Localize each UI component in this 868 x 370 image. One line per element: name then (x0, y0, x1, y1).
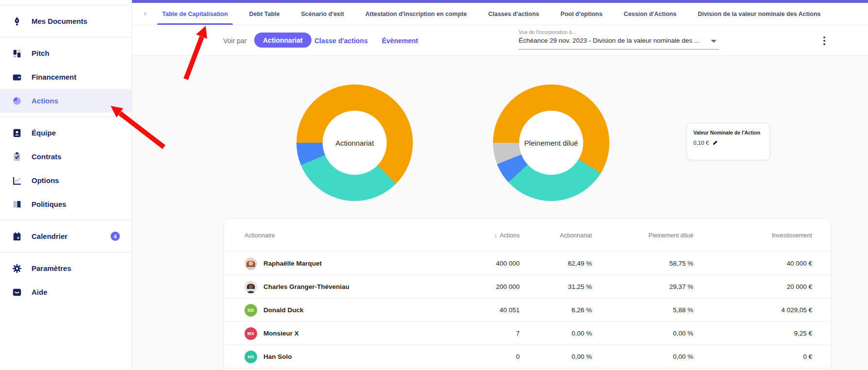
shareholder-name: Donald Duck (263, 306, 304, 314)
sidebar-item-equipe[interactable]: Équipe (0, 121, 131, 145)
help-chat-icon (12, 287, 22, 298)
tab-scenario-exit[interactable]: Scénario d'exit (291, 3, 355, 25)
kebab-menu-icon[interactable] (820, 34, 829, 48)
tab-label: Table de Capitalisation (162, 11, 228, 17)
shareholder-name: Han Solo (263, 353, 292, 360)
investment-value: 20 000 € (693, 283, 812, 290)
sidebar-item-label: Options (32, 176, 59, 185)
donut-center-label: Actionnariat (335, 139, 374, 147)
sidebar-item-label: Calendrier (32, 232, 67, 240)
filter-bar: Voir par Actionnariat Classe d'actions É… (132, 25, 868, 56)
contract-icon (12, 151, 22, 162)
tab-label: Pool d'options (560, 11, 602, 17)
pitch-icon (12, 48, 22, 59)
nominal-value-title: Valeur Nominale de l'Action (693, 130, 763, 135)
sort-arrow-down-icon: ↓ (494, 232, 498, 239)
tab-classes-actions[interactable]: Classes d'actions (477, 3, 550, 25)
tab-attestation[interactable]: Attestation d'inscription en compte (355, 3, 477, 25)
col-pleinement-dilue: Pleinement dilué (592, 232, 693, 239)
table-row[interactable]: MX Monsieur X 7 0,00 % 0,00 % 9,25 € (224, 321, 831, 345)
shares-value: 200 000 (447, 283, 520, 290)
investment-value: 9,25 € (693, 330, 812, 337)
avatar-initials: HS (245, 351, 257, 363)
tab-table-de-capitalisation[interactable]: Table de Capitalisation (151, 3, 238, 25)
sidebar-item-contrats[interactable]: Contrats (0, 145, 131, 168)
tab-label: Division de la valeur nominale des Actio… (698, 11, 820, 17)
shares-value: 40 051 (447, 306, 520, 314)
tab-division-valeur-nominale[interactable]: Division de la valeur nominale des Actio… (687, 3, 831, 25)
chip-evenement[interactable]: Évènement (382, 37, 418, 45)
donut-chart-pleinement-dilue: Pleinement dilué (493, 84, 609, 201)
tab-bar: ‹ Table de Capitalisation Debt Table Scé… (132, 3, 868, 25)
calendar-count-badge: 4 (111, 232, 120, 241)
donut-hole: Pleinement dilué (519, 111, 583, 175)
nominal-value: 0,10 € (693, 140, 709, 146)
wallet-icon (12, 72, 22, 83)
col-actionnariat: Actionnariat (520, 232, 592, 239)
sidebar-item-parametres[interactable]: Paramètres (0, 256, 131, 280)
tab-pool-options[interactable]: Pool d'options (550, 3, 613, 25)
team-icon (12, 128, 22, 138)
sidebar-item-label: Paramètres (32, 264, 71, 272)
cap-table: Actionnaire ↓Actions Actionnariat Pleine… (224, 219, 831, 370)
chip-actionnariat[interactable]: Actionnariat (254, 33, 311, 48)
sidebar-item-actions[interactable]: Actions (0, 89, 131, 113)
table-header-row: Actionnaire ↓Actions Actionnariat Pleine… (224, 219, 831, 252)
sidebar-item-options[interactable]: Options (0, 168, 131, 192)
sidebar-item-pitch[interactable]: Pitch (0, 41, 131, 65)
table-row[interactable]: Charles Granger-Théveniau 200 000 31,25 … (224, 275, 831, 298)
donut-chart-actionnariat: Actionnariat (296, 84, 413, 201)
tab-label: Scénario d'exit (301, 11, 344, 17)
tab-debt-table[interactable]: Debt Table (239, 3, 291, 25)
book-icon (12, 199, 22, 210)
sidebar-item-label: Équipe (32, 129, 56, 137)
sidebar-item-label: Contrats (32, 152, 62, 161)
ownership-value: 31,25 % (520, 283, 592, 290)
pen-icon (12, 16, 22, 27)
app-window: Mes Documents Pitch Financement (0, 0, 868, 370)
avatar-photo (245, 257, 257, 270)
fully-diluted-value: 0,00 % (592, 353, 693, 360)
ownership-value: 0,00 % (520, 330, 592, 337)
avatar-initials: MX (245, 327, 257, 340)
sidebar-item-label: Financement (32, 73, 77, 81)
col-investissement: Investissement (693, 232, 812, 239)
table-row[interactable]: Raphaëlle Marquet 400 000 62,49 % 58,75 … (224, 252, 831, 275)
gear-icon (12, 263, 22, 274)
shareholder-name: Monsieur X (263, 330, 299, 337)
ownership-value: 0,00 % (520, 353, 592, 360)
sidebar-item-financement[interactable]: Financement (0, 65, 131, 89)
fully-diluted-value: 58,75 % (592, 260, 693, 267)
tab-label: Cession d'Actions (624, 11, 677, 17)
edit-pencil-icon[interactable] (712, 140, 718, 146)
tabs-back-chevron-icon[interactable]: ‹ (139, 8, 151, 20)
line-chart-icon (12, 175, 22, 186)
sidebar-item-aide[interactable]: Aide (0, 280, 131, 304)
sidebar-item-mes-documents[interactable]: Mes Documents (0, 9, 131, 33)
sidebar-item-label: Pitch (32, 49, 49, 57)
investment-value: 4 029,05 € (693, 306, 812, 314)
donut-hole: Actionnariat (323, 111, 387, 175)
tab-cession-actions[interactable]: Cession d'Actions (613, 3, 688, 25)
col-actionnaire: Actionnaire (245, 232, 447, 239)
chevron-down-icon (711, 40, 717, 43)
tab-label: Attestation d'inscription en compte (365, 11, 467, 17)
sidebar-item-calendrier[interactable]: Calendrier 4 (0, 224, 131, 248)
incorporation-view-select[interactable]: Vue de l'incorporation à... Échéance 29 … (519, 29, 719, 50)
col-actions-sortable[interactable]: ↓Actions (447, 232, 520, 239)
chip-classe-actions[interactable]: Classe d'actions (314, 37, 368, 45)
table-row[interactable]: HS Han Solo 0 0,00 % 0,00 % 0 € (224, 345, 831, 368)
sidebar-item-label: Aide (32, 288, 48, 296)
select-label: Vue de l'incorporation à... (519, 29, 719, 35)
sidebar-item-politiques[interactable]: Politiques (0, 192, 131, 216)
content-area: Actionnariat Pleinement dilué Valeur Nom… (132, 56, 868, 370)
calendar-icon (12, 231, 22, 242)
ownership-value: 62,49 % (520, 260, 592, 267)
view-by-label: Voir par (223, 37, 246, 45)
shares-value: 0 (447, 353, 520, 360)
fully-diluted-value: 5,88 % (592, 306, 693, 314)
shareholder-name: Raphaëlle Marquet (263, 260, 322, 267)
shares-value: 7 (447, 330, 520, 337)
nominal-value-card: Valeur Nominale de l'Action 0,10 € (687, 123, 770, 160)
table-row[interactable]: DD Donald Duck 40 051 6,26 % 5,88 % 4 02… (224, 298, 831, 321)
